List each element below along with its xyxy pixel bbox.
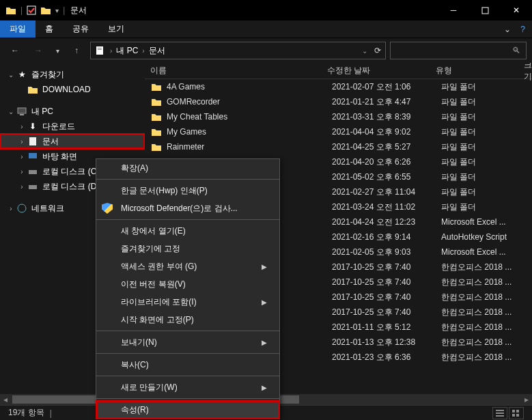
history-dropdown[interactable]: ▾ [52,41,63,60]
ribbon-tabs: 파일 홈 공유 보기 ⌄ ? [0,20,532,38]
file-date: 2017-10-25 오후 7:40 [332,307,441,318]
svg-rect-9 [29,170,37,174]
file-date: 2017-10-25 오후 7:40 [332,262,441,273]
breadcrumb-root[interactable]: 내 PC [116,45,138,57]
menu-copy[interactable]: 복사(C) [96,356,279,374]
file-row[interactable]: My Games2021-04-04 오후 9:02파일 폴더 [145,124,532,139]
svg-rect-25 [512,410,515,412]
item-count: 19개 항목 [8,407,44,419]
breadcrumb-current[interactable]: 문서 [149,45,165,57]
refresh-icon[interactable]: ⟳ [374,46,381,55]
folder-icon [5,5,16,16]
desktop-icon [27,151,38,162]
file-type: 한컴오피스 2018 ... [441,337,530,348]
col-date[interactable]: 수정한 날짜 [327,65,436,76]
menu-send-to[interactable]: 보내기(N)▶ [96,333,279,351]
file-date: 2017-10-25 오후 7:40 [332,292,441,303]
svg-rect-10 [29,185,37,189]
maximize-button[interactable] [469,0,501,20]
svg-rect-3 [98,48,102,48]
menu-restore-prev[interactable]: 이전 버전 복원(V) [96,275,279,293]
tab-home[interactable]: 홈 [36,20,63,38]
network-icon [16,203,27,214]
address-dropdown-icon[interactable]: ⌄ [362,47,367,55]
checkbox-icon[interactable] [27,5,36,15]
file-row[interactable]: 4A Games2021-02-07 오전 1:06파일 폴더 [145,79,532,94]
view-icons-button[interactable] [509,407,524,419]
address-bar[interactable]: › 내 PC › 문서 ⌄ ⟳ [90,42,386,59]
file-type: 파일 폴더 [441,81,530,93]
dropdown-icon[interactable]: ▾ [55,7,59,14]
nav-this-pc[interactable]: ⌄ 내 PC [0,104,145,119]
svg-rect-27 [512,414,515,417]
scroll-left-icon[interactable]: ◂ [0,394,11,405]
documents-icon [95,45,106,56]
view-details-button[interactable] [492,407,507,419]
svg-rect-26 [516,410,519,412]
menu-hwp-print[interactable]: 한글 문서(Hwp) 인쇄(P) [96,182,279,199]
file-type: 파일 폴더 [441,126,530,138]
nav-downloads[interactable]: › ⬇ 다운로드 [0,119,145,134]
folder-small-icon [40,5,51,16]
file-row[interactable]: Rainmeter2021-04-25 오후 5:27파일 폴더 [145,139,532,154]
nav-label: 다운로드 [42,121,75,132]
menu-pin-quick[interactable]: 즐겨찾기에 고정 [96,240,279,257]
menu-defender-scan[interactable]: Microsoft Defender(으)로 검사... [96,199,279,217]
menu-expand[interactable]: 확장(A) [96,159,279,177]
chevron-right-icon[interactable]: › [110,47,112,55]
col-type[interactable]: 유형 [436,65,524,76]
file-row[interactable]: GOMRecorder2021-01-21 오후 4:47파일 폴더 [145,94,532,109]
file-date: 2017-10-25 오후 7:40 [332,277,441,288]
file-date: 2021-01-11 오후 5:12 [332,322,441,333]
menu-properties[interactable]: 속성(R) [96,401,279,419]
col-name[interactable]: 이름 [150,65,327,76]
nav-download-folder[interactable]: DOWNLOAD [0,82,145,97]
ribbon-expand-icon[interactable]: ⌄ [504,25,511,34]
menu-new[interactable]: 새로 만들기(W)▶ [96,378,279,396]
file-type: 한컴오피스 2018 ... [441,322,530,333]
forward-button[interactable]: → [29,41,48,60]
file-row[interactable]: My Cheat Tables2021-03-31 오후 8:39파일 폴더 [145,109,532,124]
minimize-button[interactable]: ─ [438,0,469,20]
context-menu: 확장(A) 한글 문서(Hwp) 인쇄(P) Microsoft Defende… [96,158,280,419]
menu-access-grant[interactable]: 액세스 권한 부여 (G)▶ [96,257,279,275]
search-input[interactable]: 🔍︎ [390,42,527,59]
file-type: 파일 폴더 [441,96,530,108]
nav-label: 내 PC [31,106,53,117]
documents-icon [27,136,38,147]
file-name: My Cheat Tables [167,112,332,122]
file-date: 2021-03-31 오후 8:39 [332,111,441,123]
nav-label: 즐겨찾기 [31,69,64,81]
menu-pin-start[interactable]: 시작 화면에 고정(P) [96,311,279,328]
nav-documents[interactable]: › 문서 [0,134,145,149]
help-icon[interactable]: ? [520,25,525,34]
svg-rect-8 [29,153,37,158]
file-date: 2021-01-23 오후 6:36 [332,352,441,363]
file-date: 2021-02-07 오전 1:06 [332,81,441,93]
folder-icon [150,81,163,92]
scroll-right-icon[interactable]: ▸ [521,394,532,405]
svg-point-11 [18,204,26,212]
tab-file[interactable]: 파일 [0,20,36,38]
back-button[interactable]: ← [5,41,25,60]
nav-quick-access[interactable]: ⌄ ★ 즐겨찾기 [0,67,145,82]
close-button[interactable]: ✕ [501,0,532,20]
nav-label: 네트워크 [31,203,64,214]
up-button[interactable]: ↑ [67,41,86,60]
chevron-right-icon[interactable]: › [142,47,144,55]
file-type: 파일 폴더 [441,156,530,168]
submenu-arrow-icon: ▶ [262,298,267,306]
tab-share[interactable]: 공유 [63,20,98,38]
tab-view[interactable]: 보기 [98,20,134,38]
column-headers: 이름 수정한 날짜 유형 크기 [145,63,532,79]
svg-rect-0 [27,6,36,14]
file-type: 파일 폴더 [441,141,530,153]
folder-icon [150,96,163,107]
star-icon: ★ [16,69,27,80]
file-type: 파일 폴더 [441,171,530,183]
nav-toolbar: ← → ▾ ↑ › 내 PC › 문서 ⌄ ⟳ 🔍︎ [0,38,532,63]
menu-include-library[interactable]: 라이브러리에 포함(I)▶ [96,293,279,311]
folder-icon [150,141,163,152]
menu-new-window[interactable]: 새 창에서 열기(E) [96,222,279,240]
drive-icon [27,166,38,177]
